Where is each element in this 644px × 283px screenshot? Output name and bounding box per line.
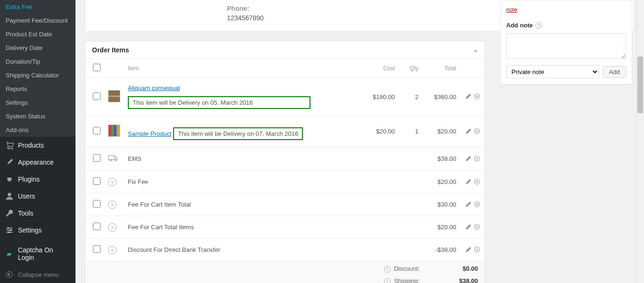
user-icon: [5, 191, 14, 201]
delete-icon[interactable]: [473, 92, 481, 100]
sidebar-sub-system-status[interactable]: System Status: [0, 109, 75, 123]
total-cell: -$38.00: [422, 239, 460, 261]
col-total: Total: [422, 59, 460, 78]
edit-icon[interactable]: [465, 155, 472, 162]
fee-name: Fee For Cart Total Items: [124, 216, 361, 239]
svg-point-3: [8, 232, 10, 233]
panel-toggle-icon[interactable]: ▲: [473, 48, 478, 53]
sidebar-sub-delivery-date[interactable]: Delivery Date: [0, 41, 75, 55]
wrench-icon: [5, 208, 14, 218]
sidebar-sub-reports[interactable]: Reports: [0, 82, 75, 96]
sidebar-label: Users: [18, 192, 35, 200]
plus-icon[interactable]: +: [108, 246, 117, 254]
edit-icon[interactable]: [465, 92, 472, 100]
select-all-checkbox[interactable]: [93, 64, 100, 71]
total-cell: $30.00: [422, 193, 460, 216]
sidebar-item-tools[interactable]: Tools: [0, 205, 75, 222]
add-note-button[interactable]: Add: [603, 66, 626, 78]
product-link[interactable]: Aliquam consequat: [128, 84, 180, 92]
edit-icon[interactable]: [465, 178, 472, 185]
help-icon[interactable]: ?: [535, 22, 542, 29]
edit-icon[interactable]: [465, 200, 472, 208]
sidebar-item-plugins[interactable]: Plugins: [0, 171, 75, 188]
product-thumbnail[interactable]: [108, 90, 120, 102]
right-sidebar: note Add note ? Private note Add: [500, 0, 632, 84]
discount-value: $0.00: [435, 265, 478, 272]
plus-icon[interactable]: +: [108, 200, 117, 209]
sidebar-sub-payment-fee[interactable]: Payment Fee/Discount: [0, 14, 75, 27]
sidebar-label: Appearance: [18, 158, 54, 166]
help-icon[interactable]: ?: [384, 266, 391, 273]
edit-icon[interactable]: [465, 223, 472, 231]
sidebar-sub-addons[interactable]: Add-ons: [0, 123, 75, 137]
sidebar-item-products[interactable]: Products: [0, 137, 75, 154]
sidebar-item-appearance[interactable]: Appearance: [0, 154, 75, 171]
sidebar-item-users[interactable]: Users: [0, 188, 75, 205]
sidebar-sub-product-est-date[interactable]: Product Est Date: [0, 27, 75, 41]
row-checkbox[interactable]: [93, 223, 100, 230]
shipping-row: EMS $38.00: [85, 147, 485, 171]
qty-cell: 1: [399, 116, 422, 147]
svg-point-1: [8, 227, 9, 229]
notes-panel: note Add note ? Private note Add: [500, 0, 632, 84]
panel-title: Order Items: [92, 46, 129, 54]
sidebar-sub-shipping-calc[interactable]: Shipping Calculator: [0, 68, 75, 82]
delete-icon[interactable]: [473, 127, 481, 135]
collapse-label: Collapse menu: [18, 271, 59, 278]
sliders-icon: [5, 225, 14, 235]
total-cell: $360.00: [422, 78, 460, 116]
scrollbar-track[interactable]: [636, 0, 644, 283]
admin-sidebar: Extra Fee Payment Fee/Discount Product E…: [0, 0, 75, 283]
qty-cell: 2: [399, 78, 422, 116]
svg-point-8: [110, 159, 112, 161]
shipping-value: $38.00: [435, 277, 478, 283]
row-checkbox[interactable]: [93, 200, 100, 208]
order-items-panel: Order Items ▲ Item Cost Qty Total Aliqua…: [85, 41, 485, 283]
discount-label: Discount:: [394, 265, 434, 272]
delete-icon[interactable]: [473, 223, 481, 231]
collapse-menu-button[interactable]: Collapse menu: [0, 266, 75, 283]
sidebar-sub-settings[interactable]: Settings: [0, 96, 75, 109]
main-content: Phone: 1234567890 Order Items ▲ Item Cos…: [75, 0, 644, 283]
row-checkbox[interactable]: [93, 92, 100, 100]
sidebar-sub-donation-tip[interactable]: Donation/Tip: [0, 55, 75, 68]
col-qty: Qty: [399, 59, 422, 78]
plus-icon[interactable]: +: [108, 223, 117, 232]
sidebar-item-settings[interactable]: Settings: [0, 222, 75, 239]
fee-row: + Fee For Cart Item Total $30.00: [85, 193, 485, 216]
delete-icon[interactable]: [473, 246, 481, 253]
delete-icon[interactable]: [473, 200, 481, 208]
edit-icon[interactable]: [465, 246, 472, 253]
fee-row: + Fee For Cart Total Items $20.00: [85, 216, 485, 239]
help-icon[interactable]: ?: [384, 278, 391, 283]
delete-icon[interactable]: [473, 178, 481, 185]
shield-icon: ▰: [5, 249, 14, 258]
plus-icon[interactable]: +: [108, 178, 117, 186]
sidebar-submenu: Extra Fee Payment Fee/Discount Product E…: [0, 0, 75, 137]
product-thumbnail[interactable]: [108, 125, 120, 137]
product-link[interactable]: Sample Product: [128, 130, 172, 137]
panel-header: Order Items ▲: [85, 42, 485, 59]
note-type-select[interactable]: Private note: [506, 65, 599, 78]
product-row: Aliquam consequat This item will be Deli…: [85, 78, 485, 116]
row-checkbox[interactable]: [93, 177, 100, 185]
sidebar-label: Tools: [18, 209, 33, 217]
cart-icon: [5, 141, 14, 150]
note-textarea[interactable]: [506, 33, 626, 59]
total-cell: $20.00: [422, 171, 460, 193]
row-checkbox[interactable]: [93, 154, 100, 162]
delete-icon[interactable]: [473, 155, 481, 162]
sidebar-sub-extra-fee[interactable]: Extra Fee: [0, 0, 75, 14]
row-checkbox[interactable]: [93, 127, 100, 134]
totals-shipping-row: ? Shipping: $38.00: [85, 276, 485, 283]
svg-rect-7: [109, 156, 114, 160]
edit-icon[interactable]: [465, 127, 472, 135]
add-note-label: Add note: [506, 22, 533, 29]
sidebar-item-captcha[interactable]: ▰ Captcha On Login: [0, 242, 75, 265]
col-cost: Cost: [361, 59, 399, 78]
row-checkbox[interactable]: [93, 245, 100, 253]
scrollbar-thumb[interactable]: [637, 57, 643, 113]
cost-cell: $180.00: [361, 78, 399, 116]
fee-row: + Fix Fee $20.00: [85, 171, 485, 193]
note-link[interactable]: note: [506, 7, 517, 13]
